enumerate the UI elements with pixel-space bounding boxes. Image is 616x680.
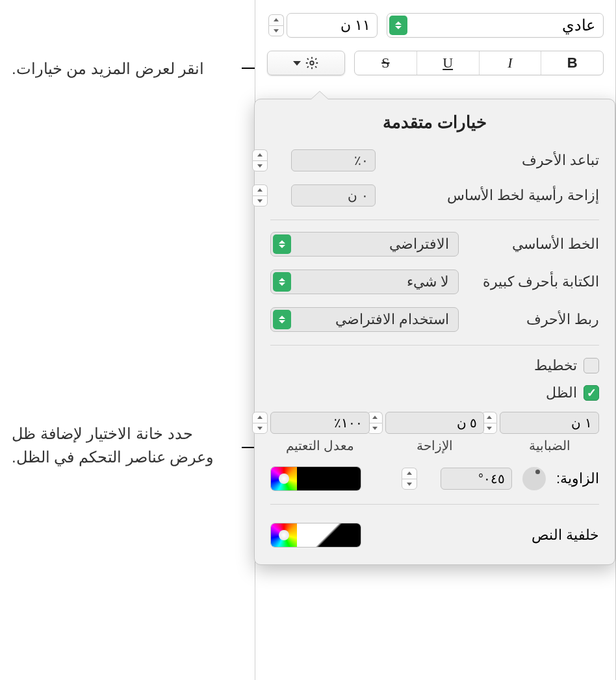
svg-point-0	[310, 61, 314, 65]
shadow-opacity-label: معدل التعتيم	[270, 438, 370, 453]
ligatures-select[interactable]: استخدام الافتراضي	[270, 307, 459, 332]
shadow-color-swatch[interactable]	[270, 466, 361, 491]
color-picker-icon[interactable]	[271, 523, 297, 547]
caps-select[interactable]: لا شيء	[270, 270, 459, 294]
advanced-options-button[interactable]	[267, 51, 345, 75]
callout-shadow: حدد خانة الاختيار لإضافة ظل وعرض عناصر ا…	[12, 422, 240, 469]
shadow-offset-label: الإزاحة	[385, 438, 485, 453]
strikethrough-button[interactable]: S	[355, 51, 417, 75]
bold-button[interactable]: B	[541, 51, 603, 75]
gear-icon	[305, 56, 319, 70]
shadow-offset-field[interactable]: ٥ ن	[385, 412, 485, 434]
text-style-group: B I U S	[354, 51, 604, 75]
angle-dial[interactable]	[522, 467, 546, 490]
font-style-value: عادي	[562, 16, 595, 34]
outline-checkbox[interactable]	[584, 358, 599, 373]
format-panel: عادي ١١ ن B I U S خيارات	[255, 0, 616, 680]
baseline-select[interactable]: الافتراضي	[270, 232, 459, 257]
popover-title: خيارات متقدمة	[270, 112, 599, 132]
text-background-label: خلفية النص	[532, 527, 599, 544]
baseline-shift-field[interactable]: ٠ ن	[291, 184, 376, 207]
text-background-swatch[interactable]	[270, 523, 361, 548]
callout-gear: انقر لعرض المزيد من خيارات.	[12, 57, 240, 81]
shadow-blur-field[interactable]: ١ ن	[500, 412, 599, 434]
underline-button[interactable]: U	[417, 51, 479, 75]
select-arrows-icon	[273, 234, 291, 254]
font-size-value: ١١ ن	[340, 17, 370, 34]
outline-label: تخطيط	[534, 357, 577, 374]
char-spacing-label: تباعد الأحرف	[376, 152, 599, 169]
angle-field[interactable]: ٠٤٥°	[441, 468, 512, 490]
angle-label: الزاوية:	[556, 470, 599, 487]
baseline-shift-stepper[interactable]	[252, 184, 268, 207]
font-size-field[interactable]: ١١ ن	[287, 13, 378, 38]
select-arrows-icon	[273, 310, 291, 329]
shadow-label: الظل	[546, 384, 577, 401]
caps-label: الكتابة بأحرف كبيرة	[459, 273, 599, 290]
shadow-blur-label: الضبابية	[500, 438, 599, 453]
char-spacing-field[interactable]: ٠٪	[291, 149, 376, 171]
baseline-label: الخط الأساسي	[459, 236, 599, 253]
angle-stepper[interactable]	[402, 468, 417, 490]
ligatures-label: ربط الأحرف	[459, 311, 599, 328]
advanced-options-popover: خيارات متقدمة تباعد الأحرف ٠٪ إزاحة رأسي…	[254, 99, 615, 565]
select-arrows-icon	[389, 16, 407, 35]
italic-button[interactable]: I	[479, 51, 541, 75]
shadow-checkbox[interactable]	[584, 385, 599, 401]
font-style-select[interactable]: عادي	[387, 13, 604, 38]
color-picker-icon[interactable]	[271, 467, 297, 490]
chevron-down-icon	[293, 61, 301, 66]
shadow-opacity-stepper[interactable]	[252, 412, 268, 434]
font-size-stepper[interactable]	[268, 14, 284, 36]
select-arrows-icon	[273, 272, 291, 292]
char-spacing-stepper[interactable]	[252, 149, 268, 171]
baseline-shift-label: إزاحة رأسية لخط الأساس	[376, 187, 599, 204]
shadow-opacity-field[interactable]: ١٠٠٪	[270, 412, 370, 434]
